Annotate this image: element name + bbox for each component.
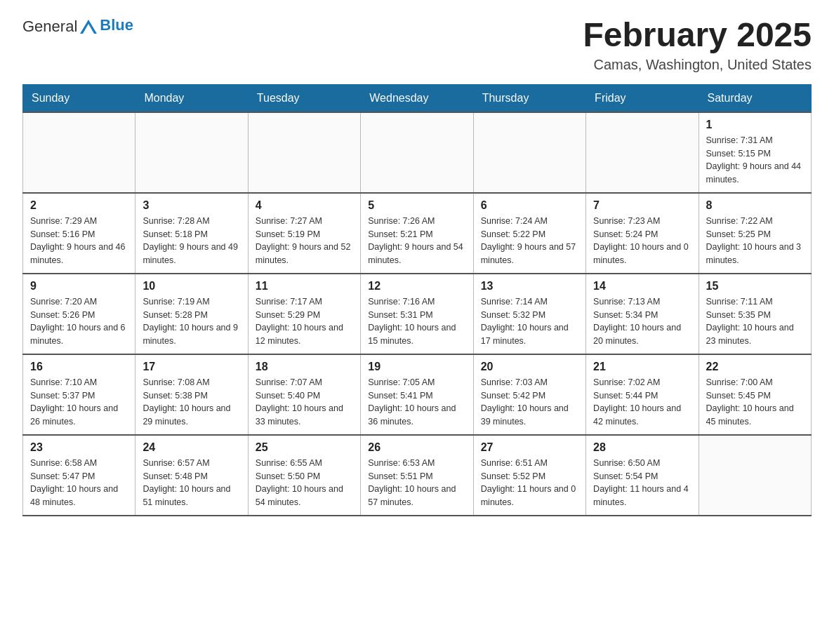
calendar-cell bbox=[248, 112, 360, 193]
page-header: General Blue February 2025 Camas, Washin… bbox=[22, 17, 812, 73]
day-number: 21 bbox=[593, 361, 691, 373]
day-info: Sunrise: 6:55 AM Sunset: 5:50 PM Dayligh… bbox=[256, 457, 353, 509]
title-block: February 2025 Camas, Washington, United … bbox=[583, 17, 812, 73]
calendar-cell: 3Sunrise: 7:28 AM Sunset: 5:18 PM Daylig… bbox=[135, 193, 248, 274]
calendar-cell: 25Sunrise: 6:55 AM Sunset: 5:50 PM Dayli… bbox=[248, 435, 360, 516]
day-number: 7 bbox=[593, 199, 691, 212]
calendar-cell: 21Sunrise: 7:02 AM Sunset: 5:44 PM Dayli… bbox=[586, 354, 699, 435]
calendar-cell: 26Sunrise: 6:53 AM Sunset: 5:51 PM Dayli… bbox=[361, 435, 473, 516]
calendar-cell: 10Sunrise: 7:19 AM Sunset: 5:28 PM Dayli… bbox=[135, 274, 248, 354]
day-header-monday: Monday bbox=[135, 84, 248, 112]
logo: General Blue bbox=[22, 17, 133, 36]
calendar-cell: 18Sunrise: 7:07 AM Sunset: 5:40 PM Dayli… bbox=[248, 354, 360, 435]
calendar-cell bbox=[135, 112, 248, 193]
calendar-cell: 13Sunrise: 7:14 AM Sunset: 5:32 PM Dayli… bbox=[473, 274, 585, 354]
calendar-cell: 20Sunrise: 7:03 AM Sunset: 5:42 PM Dayli… bbox=[473, 354, 585, 435]
day-info: Sunrise: 7:14 AM Sunset: 5:32 PM Dayligh… bbox=[481, 295, 578, 348]
day-number: 25 bbox=[256, 441, 353, 454]
day-info: Sunrise: 7:23 AM Sunset: 5:24 PM Dayligh… bbox=[593, 215, 691, 267]
day-number: 9 bbox=[30, 280, 128, 293]
calendar-cell: 28Sunrise: 6:50 AM Sunset: 5:54 PM Dayli… bbox=[586, 435, 699, 516]
day-info: Sunrise: 7:31 AM Sunset: 5:15 PM Dayligh… bbox=[706, 134, 804, 187]
day-number: 17 bbox=[143, 361, 240, 373]
logo-general-text: General bbox=[22, 18, 77, 36]
day-info: Sunrise: 7:13 AM Sunset: 5:34 PM Dayligh… bbox=[593, 295, 691, 348]
day-number: 24 bbox=[143, 441, 240, 454]
day-info: Sunrise: 7:27 AM Sunset: 5:19 PM Dayligh… bbox=[256, 215, 353, 267]
day-number: 6 bbox=[481, 199, 578, 212]
day-info: Sunrise: 7:00 AM Sunset: 5:45 PM Dayligh… bbox=[706, 376, 804, 429]
calendar-cell: 23Sunrise: 6:58 AM Sunset: 5:47 PM Dayli… bbox=[23, 435, 135, 516]
day-number: 16 bbox=[30, 361, 128, 373]
day-number: 11 bbox=[256, 280, 353, 293]
day-info: Sunrise: 7:10 AM Sunset: 5:37 PM Dayligh… bbox=[30, 376, 128, 429]
calendar-cell: 15Sunrise: 7:11 AM Sunset: 5:35 PM Dayli… bbox=[699, 274, 811, 354]
calendar-cell: 7Sunrise: 7:23 AM Sunset: 5:24 PM Daylig… bbox=[586, 193, 699, 274]
day-number: 13 bbox=[481, 280, 578, 293]
day-info: Sunrise: 7:11 AM Sunset: 5:35 PM Dayligh… bbox=[706, 295, 804, 348]
logo-icon bbox=[79, 17, 98, 36]
calendar-cell: 5Sunrise: 7:26 AM Sunset: 5:21 PM Daylig… bbox=[361, 193, 473, 274]
day-number: 12 bbox=[368, 280, 465, 293]
day-info: Sunrise: 7:16 AM Sunset: 5:31 PM Dayligh… bbox=[368, 295, 465, 348]
calendar-cell: 8Sunrise: 7:22 AM Sunset: 5:25 PM Daylig… bbox=[699, 193, 811, 274]
calendar-header-row: SundayMondayTuesdayWednesdayThursdayFrid… bbox=[23, 84, 812, 112]
calendar-cell: 27Sunrise: 6:51 AM Sunset: 5:52 PM Dayli… bbox=[473, 435, 585, 516]
calendar-cell: 4Sunrise: 7:27 AM Sunset: 5:19 PM Daylig… bbox=[248, 193, 360, 274]
calendar-cell bbox=[699, 435, 811, 516]
day-number: 3 bbox=[143, 199, 240, 212]
day-info: Sunrise: 6:53 AM Sunset: 5:51 PM Dayligh… bbox=[368, 457, 465, 509]
calendar-cell: 11Sunrise: 7:17 AM Sunset: 5:29 PM Dayli… bbox=[248, 274, 360, 354]
day-number: 19 bbox=[368, 361, 465, 373]
day-info: Sunrise: 7:08 AM Sunset: 5:38 PM Dayligh… bbox=[143, 376, 240, 429]
day-info: Sunrise: 7:20 AM Sunset: 5:26 PM Dayligh… bbox=[30, 295, 128, 348]
calendar-week-row: 23Sunrise: 6:58 AM Sunset: 5:47 PM Dayli… bbox=[23, 435, 812, 516]
day-info: Sunrise: 6:51 AM Sunset: 5:52 PM Dayligh… bbox=[481, 457, 578, 509]
calendar-week-row: 1Sunrise: 7:31 AM Sunset: 5:15 PM Daylig… bbox=[23, 112, 812, 193]
day-info: Sunrise: 7:26 AM Sunset: 5:21 PM Dayligh… bbox=[368, 215, 465, 267]
day-header-tuesday: Tuesday bbox=[248, 84, 360, 112]
day-number: 27 bbox=[481, 441, 578, 454]
location-subtitle: Camas, Washington, United States bbox=[583, 57, 812, 73]
day-info: Sunrise: 7:24 AM Sunset: 5:22 PM Dayligh… bbox=[481, 215, 578, 267]
day-header-wednesday: Wednesday bbox=[361, 84, 473, 112]
day-info: Sunrise: 7:17 AM Sunset: 5:29 PM Dayligh… bbox=[256, 295, 353, 348]
day-info: Sunrise: 7:07 AM Sunset: 5:40 PM Dayligh… bbox=[256, 376, 353, 429]
day-number: 8 bbox=[706, 199, 804, 212]
calendar-cell: 6Sunrise: 7:24 AM Sunset: 5:22 PM Daylig… bbox=[473, 193, 585, 274]
day-info: Sunrise: 7:29 AM Sunset: 5:16 PM Dayligh… bbox=[30, 215, 128, 267]
day-header-sunday: Sunday bbox=[23, 84, 135, 112]
day-number: 10 bbox=[143, 280, 240, 293]
day-header-thursday: Thursday bbox=[473, 84, 585, 112]
day-info: Sunrise: 7:02 AM Sunset: 5:44 PM Dayligh… bbox=[593, 376, 691, 429]
calendar-cell: 1Sunrise: 7:31 AM Sunset: 5:15 PM Daylig… bbox=[699, 112, 811, 193]
day-info: Sunrise: 7:22 AM Sunset: 5:25 PM Dayligh… bbox=[706, 215, 804, 267]
month-year-title: February 2025 bbox=[583, 17, 812, 54]
calendar-cell: 17Sunrise: 7:08 AM Sunset: 5:38 PM Dayli… bbox=[135, 354, 248, 435]
day-number: 23 bbox=[30, 441, 128, 454]
calendar-cell bbox=[361, 112, 473, 193]
calendar-cell: 24Sunrise: 6:57 AM Sunset: 5:48 PM Dayli… bbox=[135, 435, 248, 516]
day-info: Sunrise: 6:58 AM Sunset: 5:47 PM Dayligh… bbox=[30, 457, 128, 509]
day-number: 26 bbox=[368, 441, 465, 454]
calendar-cell: 19Sunrise: 7:05 AM Sunset: 5:41 PM Dayli… bbox=[361, 354, 473, 435]
calendar-week-row: 9Sunrise: 7:20 AM Sunset: 5:26 PM Daylig… bbox=[23, 274, 812, 354]
calendar-cell: 14Sunrise: 7:13 AM Sunset: 5:34 PM Dayli… bbox=[586, 274, 699, 354]
calendar-cell bbox=[473, 112, 585, 193]
day-number: 20 bbox=[481, 361, 578, 373]
calendar-week-row: 2Sunrise: 7:29 AM Sunset: 5:16 PM Daylig… bbox=[23, 193, 812, 274]
day-number: 5 bbox=[368, 199, 465, 212]
logo-blue-text: Blue bbox=[100, 16, 133, 34]
calendar-cell: 16Sunrise: 7:10 AM Sunset: 5:37 PM Dayli… bbox=[23, 354, 135, 435]
day-info: Sunrise: 6:57 AM Sunset: 5:48 PM Dayligh… bbox=[143, 457, 240, 509]
calendar-table: SundayMondayTuesdayWednesdayThursdayFrid… bbox=[22, 84, 812, 516]
day-number: 18 bbox=[256, 361, 353, 373]
day-info: Sunrise: 7:05 AM Sunset: 5:41 PM Dayligh… bbox=[368, 376, 465, 429]
calendar-cell: 9Sunrise: 7:20 AM Sunset: 5:26 PM Daylig… bbox=[23, 274, 135, 354]
day-info: Sunrise: 7:03 AM Sunset: 5:42 PM Dayligh… bbox=[481, 376, 578, 429]
day-info: Sunrise: 6:50 AM Sunset: 5:54 PM Dayligh… bbox=[593, 457, 691, 509]
calendar-cell: 22Sunrise: 7:00 AM Sunset: 5:45 PM Dayli… bbox=[699, 354, 811, 435]
day-number: 22 bbox=[706, 361, 804, 373]
day-header-friday: Friday bbox=[586, 84, 699, 112]
calendar-week-row: 16Sunrise: 7:10 AM Sunset: 5:37 PM Dayli… bbox=[23, 354, 812, 435]
